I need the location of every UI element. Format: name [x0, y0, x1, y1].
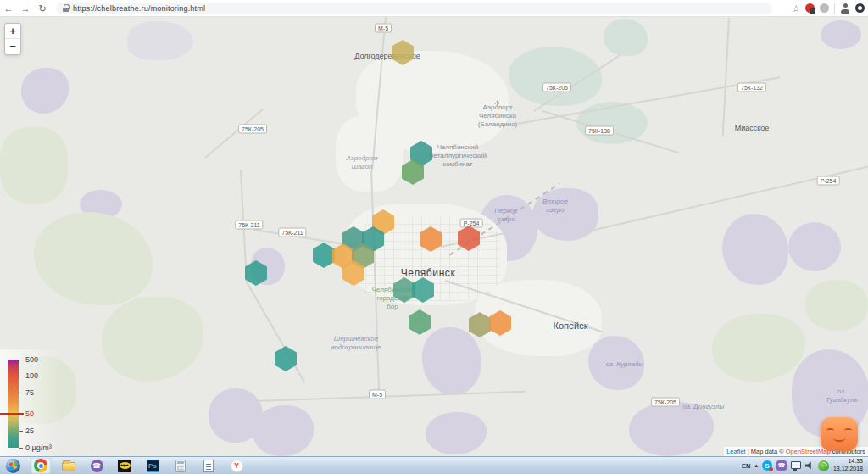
address-bar[interactable]: https://chelbreathe.ru/monitoring.html [56, 3, 772, 14]
profile-icon[interactable] [840, 3, 850, 14]
bookmark-star-icon[interactable]: ☆ [792, 0, 800, 17]
lake-shape [788, 222, 841, 271]
padlock-icon [63, 4, 69, 12]
forward-arrow-icon[interactable]: → [17, 0, 34, 17]
aqi-hexagon[interactable] [313, 243, 335, 268]
zoom-out-button[interactable]: − [5, 39, 20, 54]
taskbar-viber-button[interactable]: ☎ [86, 458, 107, 474]
terrain-patch [576, 102, 648, 144]
aqi-hexagon[interactable] [409, 309, 431, 335]
adblock-extension-icon[interactable] [805, 3, 815, 13]
taskbar-writer-button[interactable] [198, 458, 219, 474]
road-line [254, 391, 526, 402]
attribution-text: | Map data © [746, 448, 786, 455]
terrain-patch [102, 297, 203, 382]
back-arrow-icon[interactable]: ← [0, 0, 17, 17]
leaflet-link[interactable]: Leaflet [726, 448, 746, 455]
browser-toolbar: ← → ↻ https://chelbreathe.ru/monitoring.… [0, 0, 868, 17]
taskbar-clock[interactable]: 14:33 13.12.2018 [833, 458, 865, 473]
document-writer-icon [203, 460, 214, 472]
taskbar-photoshop-button[interactable]: Ps [142, 458, 163, 474]
skype-tray-icon[interactable]: S [762, 460, 772, 471]
legend-tick-label: 50 [25, 410, 34, 418]
language-indicator[interactable]: EN [742, 462, 750, 470]
green-utility-tray-icon[interactable] [818, 460, 829, 471]
network-display-icon[interactable] [791, 461, 801, 469]
legend-tick-label: 0 µg/m³ [25, 443, 52, 452]
taskbar-batman-button[interactable] [114, 458, 135, 474]
road-number-badge: 75К-205 [542, 83, 571, 92]
terrain-patch [127, 21, 193, 60]
clock-time: 14:33 [848, 458, 863, 466]
chat-widget-button[interactable] [821, 417, 858, 451]
terrain-patch [34, 212, 153, 305]
lake-shape [426, 412, 487, 454]
chrome-icon [34, 459, 47, 472]
taskbar-calculator-button[interactable] [170, 458, 191, 474]
toolbar-divider [834, 3, 835, 14]
gray-extension-icon[interactable] [820, 3, 829, 13]
viber-tray-icon[interactable]: ☎ [776, 460, 787, 471]
legend-tick-mark [19, 393, 23, 393]
taskbar-yandex-button[interactable]: Y [226, 458, 247, 474]
road-number-badge: 75К-132 [737, 83, 766, 92]
folder-explorer-icon [62, 462, 75, 471]
url-text[interactable]: https://chelbreathe.ru/monitoring.html [73, 4, 205, 13]
lake-shape [422, 327, 481, 395]
lake-shape [722, 214, 788, 285]
legend-tick-label: 25 [25, 427, 34, 435]
photoshop-icon: Ps [147, 460, 159, 472]
lake-shape [629, 402, 714, 456]
reload-icon[interactable]: ↻ [34, 0, 51, 17]
road-number-badge: 75К-205 [651, 398, 680, 407]
lake-shape [21, 68, 69, 114]
taskbar-explorer-button[interactable] [58, 458, 79, 474]
windows-start-icon [6, 459, 20, 473]
map-zoom-control: + − [4, 23, 21, 55]
road-number-badge: 75К-205 [238, 125, 267, 134]
batman-app-icon [118, 460, 131, 472]
yandex-browser-icon: Y [231, 460, 243, 472]
lake-shape [821, 20, 861, 49]
browser-menu-icon[interactable] [855, 3, 865, 13]
calculator-icon [175, 460, 186, 472]
taskbar-chrome-button[interactable] [31, 458, 51, 474]
road-number-badge: 75К-211 [278, 228, 306, 237]
road-line [722, 18, 730, 137]
road-number-badge: 75К-138 [585, 126, 614, 136]
volume-icon[interactable] [805, 461, 814, 470]
lake-shape [532, 188, 598, 241]
terrain-patch [0, 127, 68, 204]
legend-tick-label: 100 [25, 371, 38, 380]
road-line [245, 281, 305, 383]
legend-color-scale [8, 360, 19, 448]
road-number-badge: М-5 [375, 24, 392, 33]
lake-shape [588, 336, 644, 390]
aqi-hexagon[interactable] [275, 346, 297, 371]
terrain-patch [712, 314, 805, 382]
screen: ← → ↻ https://chelbreathe.ru/monitoring.… [0, 0, 868, 474]
legend-tick-label: 500 [25, 355, 38, 364]
airplane-icon: ✈ [494, 99, 501, 108]
terrain-patch [336, 115, 403, 192]
taskbar-apps: ☎PsY [0, 458, 247, 474]
legend-tick-mark [19, 431, 23, 432]
legend-threshold-line [0, 413, 24, 415]
terrain-patch [604, 19, 648, 56]
taskbar: ☎PsY EN ▴ S ☎ 14:33 13.12.2018 [0, 456, 868, 474]
hidden-icons-arrow-icon[interactable]: ▴ [754, 462, 758, 469]
legend-tick-mark [19, 376, 23, 376]
map-label: Шершневское водохранилище [331, 335, 381, 352]
legend-tick-label: 75 [25, 388, 34, 397]
legend-tick-mark [19, 360, 23, 360]
map-viewport[interactable]: М-575К-20575К-20575К-13275К-13875К-21175… [0, 17, 868, 456]
taskbar-start-button[interactable] [3, 458, 23, 474]
zoom-in-button[interactable]: + [5, 24, 20, 39]
road-number-badge: 75К-211 [235, 220, 263, 230]
smiley-face-icon [826, 428, 834, 432]
road-number-badge: Р-254 [817, 176, 840, 186]
lake-shape [253, 405, 314, 456]
terrain-patch [805, 280, 868, 331]
road-number-badge: М-5 [369, 390, 386, 399]
road-number-badge: Р-254 [460, 219, 483, 228]
